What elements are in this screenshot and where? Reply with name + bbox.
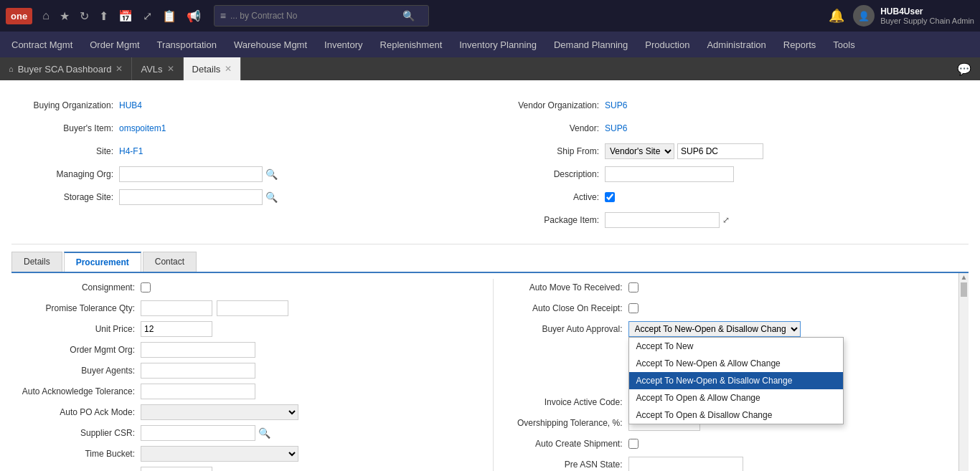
- overshipping-label: Overshipping Tolerance, %:: [499, 418, 628, 428]
- dropdown-item-accept-to-open-allow[interactable]: Accept To Open & Allow Change: [629, 389, 843, 406]
- star-icon[interactable]: ★: [57, 6, 72, 26]
- buyer-auto-approval-select[interactable]: Accept To New Accept To New-Open & Allow…: [628, 321, 801, 337]
- tab-avls[interactable]: AVLs ✕: [132, 57, 183, 80]
- supplier-csr-input[interactable]: [141, 425, 255, 441]
- auto-po-ack-select[interactable]: [141, 404, 298, 420]
- expand-icon[interactable]: ⤢: [722, 215, 730, 225]
- resize-icon[interactable]: ⤢: [140, 6, 155, 26]
- active-checkbox[interactable]: [605, 192, 615, 202]
- menu-production[interactable]: Production: [636, 32, 698, 57]
- menu-inventory-planning[interactable]: Inventory Planning: [451, 32, 545, 57]
- buyers-item-link[interactable]: omspoitem1: [119, 123, 166, 133]
- auto-po-ack-row: Auto PO Ack Mode:: [11, 404, 481, 421]
- menu-warehouse-mgmt[interactable]: Warehouse Mgmt: [225, 32, 316, 57]
- menu-replenishment[interactable]: Replenishment: [372, 32, 451, 57]
- pre-asn-state-label: Pre ASN State:: [499, 460, 628, 470]
- time-bucket-select[interactable]: [141, 446, 298, 462]
- vendor-link[interactable]: SUP6: [605, 123, 627, 133]
- dropdown-item-accept-to-new[interactable]: Accept To New: [629, 338, 843, 355]
- home-icon[interactable]: ⌂: [39, 6, 52, 25]
- chat-icon[interactable]: 💬: [948, 62, 980, 76]
- promise-tol-input1[interactable]: [141, 300, 212, 316]
- calendar-icon[interactable]: 📅: [116, 6, 136, 26]
- order-mgmt-org-input[interactable]: [141, 342, 255, 358]
- tab-buyer-sca-dashboard-close[interactable]: ✕: [116, 64, 123, 74]
- ship-from-input[interactable]: [677, 143, 763, 159]
- clipboard-icon[interactable]: 📋: [159, 6, 179, 26]
- unit-price-input[interactable]: [141, 321, 212, 337]
- sub-tab-contact[interactable]: Contact: [143, 252, 197, 272]
- site-link[interactable]: H4-F1: [119, 146, 143, 156]
- buying-org-link[interactable]: HUB4: [119, 100, 142, 110]
- priority-input[interactable]: [141, 467, 212, 471]
- scroll-up-icon[interactable]: ▲: [959, 273, 969, 281]
- vendor-org-link[interactable]: SUP6: [605, 100, 627, 110]
- dropdown-item-accept-to-open-disallow[interactable]: Accept To Open & Disallow Change: [629, 406, 843, 424]
- menu-transportation[interactable]: Transportation: [149, 32, 225, 57]
- dropdown-item-accept-to-new-open-allow[interactable]: Accept To New-Open & Allow Change: [629, 355, 843, 372]
- storage-site-input[interactable]: [119, 189, 263, 205]
- tab-buyer-sca-dashboard-label: Buyer SCA Dashboard: [18, 64, 112, 75]
- package-item-input[interactable]: [605, 212, 720, 228]
- avatar: 👤: [853, 5, 875, 27]
- search-input[interactable]: [230, 11, 402, 21]
- managing-org-input[interactable]: [119, 166, 263, 182]
- managing-org-search-icon[interactable]: 🔍: [265, 168, 278, 180]
- auto-create-shipment-checkbox[interactable]: [628, 439, 639, 449]
- form-right-col: Vendor Organization: SUP6 Vendor: SUP6 S…: [497, 96, 969, 234]
- unit-price-label: Unit Price:: [11, 324, 141, 334]
- supplier-csr-search-icon[interactable]: 🔍: [258, 427, 270, 439]
- menu-demand-planning[interactable]: Demand Planning: [545, 32, 636, 57]
- menu-contract-mgmt[interactable]: Contract Mgmt: [3, 32, 81, 57]
- menu-bar: Contract Mgmt Order Mgmt Transportation …: [0, 32, 980, 57]
- tab-buyer-sca-dashboard[interactable]: ⌂ Buyer SCA Dashboard ✕: [0, 57, 132, 80]
- menu-administration[interactable]: Administration: [698, 32, 774, 57]
- buyer-auto-approval-dropdown-list: Accept To New Accept To New-Open & Allow…: [628, 337, 844, 424]
- scroll-thumb[interactable]: [961, 282, 967, 297]
- storage-site-search-icon[interactable]: 🔍: [265, 191, 278, 203]
- auto-move-label: Auto Move To Received:: [499, 282, 628, 292]
- auto-close-checkbox[interactable]: [628, 303, 639, 313]
- managing-org-row: Managing Org: 🔍: [11, 165, 483, 184]
- top-form-section: Buying Organization: HUB4 Buyer's Item: …: [11, 89, 969, 241]
- dropdown-item-accept-to-new-open-disallow[interactable]: Accept To New-Open & Disallow Change: [629, 372, 843, 389]
- menu-reports[interactable]: Reports: [775, 32, 825, 57]
- description-input[interactable]: [605, 166, 734, 182]
- auto-create-shipment-label: Auto Create Shipment:: [499, 439, 628, 449]
- auto-move-checkbox[interactable]: [628, 282, 639, 292]
- auto-ack-tol-label: Auto Acknowledge Tolerance:: [11, 386, 141, 396]
- refresh-icon[interactable]: ↻: [77, 6, 92, 26]
- top-bar-right: 🔔 👤 HUB4User Buyer Supply Chain Admin: [829, 5, 974, 27]
- auto-ack-tol-input[interactable]: [141, 384, 255, 399]
- sub-tab-details[interactable]: Details: [11, 252, 62, 272]
- ship-from-label: Ship From:: [497, 146, 605, 156]
- vendor-label: Vendor:: [497, 123, 605, 133]
- tab-details-label: Details: [192, 64, 221, 75]
- notification-bell-icon[interactable]: 🔔: [829, 8, 844, 24]
- menu-order-mgmt[interactable]: Order Mgmt: [81, 32, 148, 57]
- upload-icon[interactable]: ⬆: [96, 6, 111, 26]
- auto-close-label: Auto Close On Receipt:: [499, 303, 628, 313]
- proc-right-col: Auto Move To Received: Auto Close On Rec…: [493, 279, 969, 471]
- buyer-agents-input[interactable]: [141, 363, 255, 379]
- home-tab-icon: ⌂: [9, 65, 14, 73]
- user-name: HUB4User: [880, 6, 974, 16]
- ship-from-select[interactable]: Vendor's Site: [605, 143, 674, 159]
- sub-tab-procurement[interactable]: Procurement: [64, 252, 141, 272]
- consignment-row: Consignment:: [11, 279, 481, 296]
- consignment-checkbox[interactable]: [141, 282, 151, 292]
- menu-tools[interactable]: Tools: [824, 32, 863, 57]
- tab-details-close[interactable]: ✕: [225, 64, 232, 74]
- search-icon[interactable]: 🔍: [402, 10, 415, 22]
- invoice-active-label: Invoice Active Code:: [499, 397, 628, 407]
- megaphone-icon[interactable]: 📢: [184, 6, 204, 26]
- tab-avls-close[interactable]: ✕: [167, 64, 174, 74]
- app-logo: one: [6, 8, 32, 24]
- tab-details[interactable]: Details ✕: [184, 57, 242, 80]
- menu-inventory[interactable]: Inventory: [316, 32, 371, 57]
- promise-tol-input2[interactable]: [217, 300, 288, 316]
- storage-site-label: Storage Site:: [11, 192, 119, 202]
- scrollbar[interactable]: ▲ ▼: [958, 273, 969, 471]
- hamburger-icon[interactable]: ≡: [220, 10, 226, 22]
- pre-asn-state-input[interactable]: [628, 457, 743, 471]
